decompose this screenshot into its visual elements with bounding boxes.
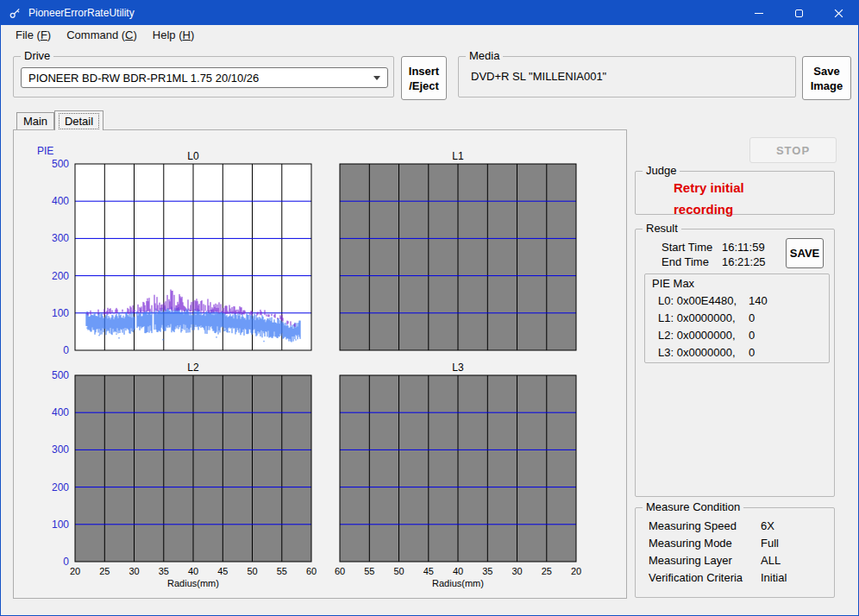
insert-eject-line1: Insert <box>409 64 439 79</box>
insert-eject-button[interactable]: Insert /Eject <box>401 56 447 100</box>
judge-groupbox: Judge Retry initial recording <box>635 171 835 215</box>
media-value: DVD+R SL "MILLENIA001" <box>471 70 606 83</box>
insert-eject-line2: /Eject <box>409 79 439 93</box>
app-icon <box>9 7 22 20</box>
close-button[interactable] <box>818 1 858 25</box>
maximize-icon <box>795 9 803 17</box>
drive-groupbox: Drive PIONEER BD-RW BDR-PR1ML 1.75 20/10… <box>13 56 394 97</box>
pie-max-box: PIE Max L0: 0x00E4480,140 L1: 0x0000000,… <box>644 273 830 363</box>
end-time-row: End Time 16:21:25 <box>661 255 766 268</box>
verification-criteria-value: Initial <box>761 571 787 584</box>
pie-max-l3-value: 0 <box>749 346 755 359</box>
menu-help[interactable]: Help (H) <box>145 27 202 43</box>
save-image-button[interactable]: Save Image <box>802 56 851 100</box>
end-time-label: End Time <box>661 255 722 268</box>
chevron-down-icon <box>373 76 380 80</box>
chart-l3: L3605550454035302520Radius(mm) <box>335 361 581 593</box>
measuring-layer-row: Measuring LayerALL <box>649 554 781 567</box>
svg-text:35: 35 <box>159 566 169 576</box>
app-window: PioneerErrorRateUtility File (F) Command… <box>0 0 859 616</box>
chart-l1: L1 <box>335 150 581 352</box>
drive-group-label: Drive <box>21 49 53 62</box>
maximize-button[interactable] <box>779 1 818 25</box>
svg-text:25: 25 <box>542 566 552 576</box>
menu-command-pre: Command ( <box>66 28 125 41</box>
menu-file[interactable]: File (F) <box>8 27 59 43</box>
menu-file-key: F <box>41 28 47 41</box>
measuring-mode-value: Full <box>761 537 779 550</box>
verification-criteria-row: Verification CriteriaInitial <box>649 571 787 584</box>
menubar: File (F) Command (C) Help (H) <box>1 25 858 45</box>
titlebar: PioneerErrorRateUtility <box>1 1 858 25</box>
svg-text:L0: L0 <box>187 150 199 162</box>
pie-max-l0-label: L0: 0x00E4480, <box>658 294 749 307</box>
svg-text:60: 60 <box>306 566 317 576</box>
svg-text:40: 40 <box>188 566 198 576</box>
media-group-label: Media <box>466 49 503 62</box>
svg-text:100: 100 <box>52 519 69 531</box>
window-title: PioneerErrorRateUtility <box>28 7 135 19</box>
menu-command-post: ) <box>134 28 137 41</box>
pie-max-l3-label: L3: 0x0000000, <box>658 346 749 359</box>
svg-text:20: 20 <box>571 566 581 576</box>
menu-help-key: H <box>183 28 191 41</box>
svg-text:40: 40 <box>453 566 463 576</box>
menu-help-post: ) <box>191 28 194 41</box>
menu-file-post: ) <box>47 28 51 41</box>
drive-combobox[interactable]: PIONEER BD-RW BDR-PR1ML 1.75 20/10/26 <box>21 67 388 88</box>
media-groupbox: Media DVD+R SL "MILLENIA001" <box>458 56 796 97</box>
pie-max-row-l2: L2: 0x0000000,0 <box>658 329 755 342</box>
drive-selected-text: PIONEER BD-RW BDR-PR1ML 1.75 20/10/26 <box>28 72 259 85</box>
svg-text:45: 45 <box>423 566 434 576</box>
measuring-mode-row: Measuring ModeFull <box>649 537 779 550</box>
svg-text:55: 55 <box>364 566 374 576</box>
svg-text:L3: L3 <box>452 361 464 374</box>
svg-text:0: 0 <box>63 556 69 568</box>
pie-max-l1-value: 0 <box>749 311 755 324</box>
svg-text:300: 300 <box>52 443 69 456</box>
judge-text: Retry initial recording <box>674 177 779 220</box>
stop-button[interactable]: STOP <box>749 137 837 163</box>
pie-max-row-l0: L0: 0x00E4480,140 <box>658 294 768 307</box>
pie-max-row-l3: L3: 0x0000000,0 <box>658 346 755 359</box>
svg-text:200: 200 <box>52 481 69 493</box>
save-button[interactable]: SAVE <box>786 238 824 268</box>
tab-main[interactable]: Main <box>16 112 54 129</box>
svg-text:Radius(mm): Radius(mm) <box>167 578 219 588</box>
tab-main-label: Main <box>23 115 47 128</box>
chart-l2: L20100200300400500202530354045505560Radi… <box>42 361 317 593</box>
svg-text:30: 30 <box>129 566 139 576</box>
measuring-speed-value: 6X <box>761 519 774 532</box>
start-time-row: Start Time 16:11:59 <box>661 241 765 254</box>
minimize-button[interactable] <box>739 1 779 25</box>
svg-text:Radius(mm): Radius(mm) <box>432 578 484 588</box>
chart-l0: L00100200300400500 <box>42 150 317 352</box>
svg-text:30: 30 <box>511 566 522 576</box>
close-icon <box>834 9 843 18</box>
judge-group-label: Judge <box>643 164 680 177</box>
svg-text:100: 100 <box>52 307 69 319</box>
save-image-line1: Save <box>813 64 839 79</box>
tab-detail[interactable]: Detail <box>54 110 103 130</box>
pie-max-title: PIE Max <box>652 277 694 290</box>
measuring-layer-value: ALL <box>761 554 781 567</box>
pie-max-l0-value: 140 <box>749 294 768 307</box>
svg-text:500: 500 <box>52 158 69 170</box>
measure-condition-groupbox: Measure Condition Measuring Speed6X Meas… <box>635 507 835 598</box>
svg-text:25: 25 <box>99 566 110 576</box>
svg-text:50: 50 <box>247 566 257 576</box>
measure-condition-label: Measure Condition <box>643 500 743 513</box>
menu-file-pre: File ( <box>16 28 41 41</box>
save-image-line2: Image <box>811 79 843 93</box>
svg-text:500: 500 <box>52 369 69 381</box>
result-group-label: Result <box>643 222 681 235</box>
window-controls <box>739 1 858 25</box>
tab-detail-label: Detail <box>60 114 98 129</box>
end-time-value: 16:21:25 <box>722 255 766 268</box>
svg-text:20: 20 <box>70 566 80 576</box>
measuring-layer-label: Measuring Layer <box>649 554 761 567</box>
svg-text:300: 300 <box>52 232 69 244</box>
menu-command[interactable]: Command (C) <box>59 27 145 43</box>
start-time-label: Start Time <box>661 241 722 254</box>
pie-max-row-l1: L1: 0x0000000,0 <box>658 311 755 324</box>
